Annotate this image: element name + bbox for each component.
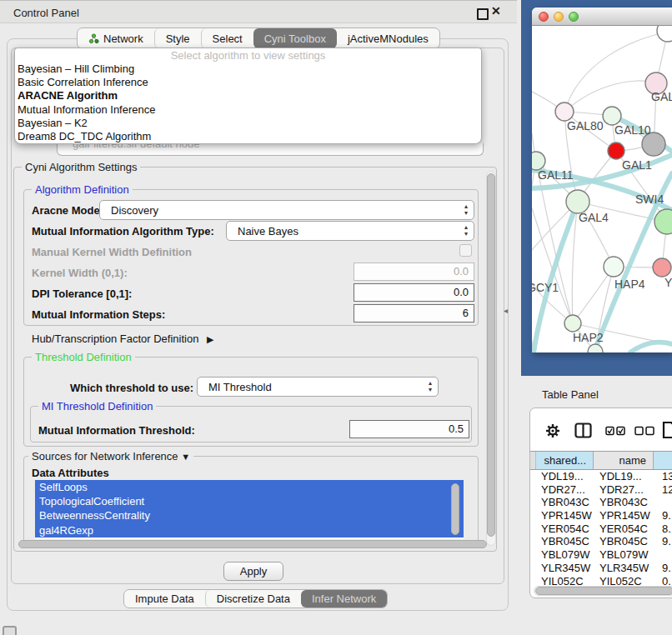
table-row[interactable]: YER054CYER054C8. [537,522,672,536]
data-attributes-list[interactable]: SelfLoopsTopologicalCoefficientBetweenne… [35,480,464,539]
attribute-item-selfloops[interactable]: SelfLoops [35,480,464,494]
node-label-gcy1: GCY1 [532,281,559,294]
algorithm-definition-title: Algorithm Definition [32,183,133,196]
algorithm-option-bayesian-k2[interactable]: Bayesian – K2 [15,117,481,130]
algorithm-option-aracne-algorithm[interactable]: ARACNE Algorithm [15,89,481,102]
attribute-item-gal4rgexp[interactable]: gal4RGexp [35,523,464,538]
document-icon[interactable] [662,421,672,439]
close-icon[interactable]: ✕ [491,4,501,18]
table-row[interactable]: YIL052CYIL052C0. [537,575,672,587]
manual-kernel-checkbox[interactable] [459,244,472,257]
tab-label: Infer Network [312,592,376,605]
data-attributes-label: Data Attributes [32,467,109,479]
table-row[interactable]: YLR345WYLR345W9. [537,562,672,575]
table-row[interactable]: YDL19...YDL19...13 [537,470,672,483]
dpi-tolerance-field[interactable]: 0.0 [354,283,474,302]
table-row[interactable]: YBL079WYBL079W [537,548,672,562]
deselect-all-checkboxes-icon[interactable] [634,426,655,436]
mi-steps-label: Mutual Information Steps: [32,308,165,321]
hub-definition-label: Hub/Transcription Factor Definition [32,332,198,345]
tab-network[interactable]: Network [78,28,154,48]
network-node-gal11[interactable] [532,152,545,170]
network-node-hap2[interactable] [564,315,581,332]
minimize-traffic-light-icon[interactable] [554,12,564,22]
network-node-swi4[interactable] [654,209,672,234]
table-cell: 9. [662,562,671,575]
network-node-gal1[interactable] [608,142,624,159]
split-columns-icon[interactable] [574,422,592,438]
algorithm-popup-placeholder: Select algorithm to view settings [15,48,481,62]
table-cell: YBL079W [599,548,649,562]
attribute-item-topologicalcoefficient[interactable]: TopologicalCoefficient [35,494,464,508]
network-graph[interactable]: GALGAL80GAL10GAL1GAL11GAL4SWI4HAP4YGCY1H… [532,26,672,352]
which-threshold-select[interactable]: MI Threshold ▴▾ [197,377,439,397]
float-window-icon[interactable] [477,8,489,20]
hub-definition-toggle[interactable]: Hub/Transcription Factor Definition ▶ [32,332,213,345]
settings-horizontal-scrollbar[interactable] [18,540,487,548]
table-cell: YLR345W [541,562,590,575]
table-cell: YDR27... [599,483,644,497]
tab-cyni-toolbox[interactable]: Cyni Toolbox [253,28,337,48]
tab-infer-network[interactable]: Infer Network [301,590,387,608]
apply-button[interactable]: Apply [223,562,283,581]
network-node-y[interactable] [653,258,671,277]
collapsed-panel-icon[interactable] [3,626,17,635]
stepper-arrows-icon[interactable]: ▴▾ [464,224,468,238]
algorithm-popup-list: Bayesian – Hill ClimbingBasic Correlatio… [15,62,481,143]
tab-jactivemnodules[interactable]: jActiveMNodules [337,28,439,48]
network-node[interactable] [657,26,672,42]
network-window-titlebar[interactable] [532,8,672,26]
network-canvas[interactable]: GALGAL80GAL10GAL1GAL11GAL4SWI4HAP4YGCY1H… [532,26,672,352]
algorithm-option-mutual-information-inference[interactable]: Mutual Information Inference [15,103,481,117]
node-label-hap2: HAP2 [573,331,604,344]
chevron-right-icon[interactable]: ▶ [207,334,213,344]
column-header-name[interactable]: name [594,452,654,469]
tab-style[interactable]: Style [154,28,201,48]
mi-threshold-group-title: MI Threshold Definition [38,400,156,412]
table-row[interactable]: YDR27...YDR27...12 [537,483,672,497]
column-header-shared[interactable]: shared... [536,452,594,469]
mi-steps-field[interactable]: 6 [354,304,474,322]
stepper-arrows-icon[interactable]: ▴▾ [464,203,468,217]
table-cell: YBR045C [599,535,648,548]
aracne-mode-select[interactable]: Discovery ▴▾ [99,200,474,220]
network-node-gal80[interactable] [555,102,574,121]
table-horizontal-scrollbar[interactable] [535,587,672,595]
panel-splitter-handle[interactable]: ◂ [504,306,508,315]
table-cell: 8. [662,522,671,536]
table-panel-title: Table Panel [542,388,599,401]
settings-gear-icon[interactable] [545,423,560,438]
table-cell: YDR27... [541,483,585,497]
sources-group-title[interactable]: Sources for Network Inference ▼ [28,450,193,462]
chevron-down-icon[interactable]: ▼ [181,452,190,462]
network-node-gal10[interactable] [603,107,621,125]
table-cell: YPR145W [599,509,650,522]
algorithm-option-bayesian-hill-climbing[interactable]: Bayesian – Hill Climbing [15,62,481,76]
mi-threshold-field[interactable]: 0.5 [349,420,469,438]
tab-select[interactable]: Select [201,28,253,48]
algorithm-option-basic-correlation-inference[interactable]: Basic Correlation Inference [15,76,481,89]
network-node-hap4[interactable] [604,257,624,277]
stepper-arrows-icon[interactable]: ▴▾ [429,380,432,393]
close-traffic-light-icon[interactable] [539,12,549,22]
attribute-item-betweennesscentrality[interactable]: BetweennessCentrality [35,508,464,522]
maximize-traffic-light-icon[interactable] [569,12,579,22]
select-all-checkboxes-icon[interactable] [605,426,626,436]
table-row[interactable]: YPR145WYPR145W9. [537,509,672,522]
algorithm-option-dream8-dc-tdc-algorithm[interactable]: Dream8 DC_TDC Algorithm [15,130,481,143]
table-cell: YBR045C [541,535,589,548]
table-row[interactable]: YBR045CYBR045C9. [537,535,672,548]
column-header-partial[interactable] [654,452,672,469]
settings-vertical-scrollbar[interactable] [487,173,495,537]
attributes-list-scrollbar[interactable] [451,483,459,535]
tab-impute-data[interactable]: Impute Data [124,590,205,608]
mi-type-select[interactable]: Naive Bayes ▴▾ [226,221,474,241]
hidden-combo[interactable]: galFiltered.sif default node [57,143,484,156]
network-edge[interactable] [630,342,672,352]
which-threshold-label: Which threshold to use: [70,382,193,394]
kernel-width-field[interactable]: 0.0 [354,262,474,281]
table-row[interactable]: YBR043CYBR043C [537,496,672,509]
tab-discretize-data[interactable]: Discretize Data [205,590,301,608]
node-label-y: Y [664,276,672,289]
network-node-gal4[interactable] [566,190,589,213]
